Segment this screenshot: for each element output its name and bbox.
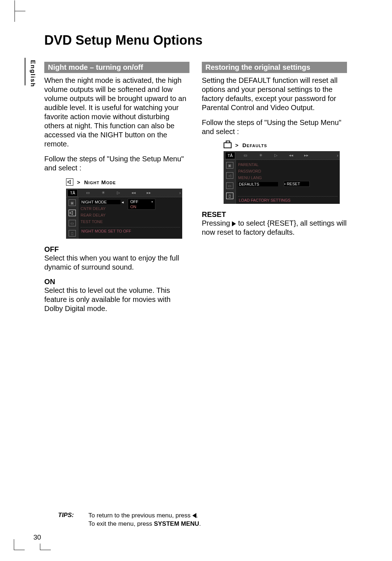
restore-steps: Follow the steps of "Using the Setup Men… xyxy=(202,118,347,136)
crop-mark xyxy=(14,539,25,550)
osd-row: PARENTAL xyxy=(238,161,338,168)
play-left-icon xyxy=(192,513,196,518)
osd-row: TEST TONE xyxy=(81,218,180,225)
osd-options: OFF ON xyxy=(128,199,155,210)
chevron-right-icon: > xyxy=(235,142,239,148)
person-icon: ▣ xyxy=(226,162,233,169)
crop-mark xyxy=(15,11,25,22)
speaker-icon: ◁ xyxy=(226,172,233,179)
osd-defaults: TÅ ▭ ✳ ▷ ◂◂ ▸▸ › ▣ ◁ ▭ ⌷ PARE xyxy=(224,151,340,204)
suitcase-icon: ⌷ xyxy=(226,193,233,199)
tab-icon: ▸▸ xyxy=(144,189,154,197)
reset-heading: Reset xyxy=(202,210,347,219)
tips-footer: TIPS: To return to the previous menu, pr… xyxy=(58,512,201,528)
chevron-right-icon: > xyxy=(77,179,81,185)
speaker-icon xyxy=(66,178,73,186)
osd-status: LOAD FACTORY SETTINGS xyxy=(238,196,338,203)
suitcase-icon xyxy=(224,142,232,148)
play-right-icon xyxy=(232,221,236,226)
tab-icon: TÅ xyxy=(225,152,235,159)
tab-icon: ✳ xyxy=(98,189,108,197)
tab-icon: ▷ xyxy=(113,189,123,197)
defaults-breadcrumb: > Defaults xyxy=(224,142,347,148)
tab-icon: ▭ xyxy=(83,189,93,197)
tab-icon: ✳ xyxy=(256,152,266,159)
on-paragraph: Select this to level out the volume. Thi… xyxy=(44,286,189,313)
person-icon: ▣ xyxy=(69,199,76,206)
osd-sidebar: ▣ ▭ ⌷ xyxy=(66,197,78,239)
tips-line2c: . xyxy=(199,520,201,527)
page-number: 30 xyxy=(33,533,41,541)
osd-option: ON xyxy=(128,204,155,209)
osd-tabs: TÅ ▭ ✳ ▷ ◂◂ ▸▸ › xyxy=(224,151,340,160)
page-content: DVD Setup Menu Options Night mode – turn… xyxy=(44,33,347,319)
left-column: Night mode – turning on/off When the nig… xyxy=(44,62,189,319)
restore-intro: Setting the DEFAULT function will reset … xyxy=(202,76,347,112)
on-heading: On xyxy=(44,278,189,286)
section-heading-restore: Restoring the original settings xyxy=(202,62,347,73)
off-paragraph: Select this when you want to enjoy the f… xyxy=(44,254,189,272)
osd-menu: NIGHT MODE◂ CNTR DELAY REAR DELAY TEST T… xyxy=(78,197,182,239)
section-heading-night-mode: Night mode – turning on/off xyxy=(44,62,189,73)
tips-line1b: . xyxy=(196,512,198,519)
tab-icon: ▷ xyxy=(271,152,281,159)
osd-night-mode: TÅ ▭ ✳ ▷ ◂◂ ▸▸ › ▣ ▭ ⌷ xyxy=(66,189,182,239)
tips-label: TIPS: xyxy=(58,512,74,519)
osd-row: REAR DELAY xyxy=(81,212,180,218)
night-mode-steps: Follow the steps of "Using the Setup Men… xyxy=(44,154,189,173)
chat-icon: ▭ xyxy=(69,220,76,226)
tab-icon: ◂◂ xyxy=(128,189,139,197)
reset-paragraph: Pressing to select {RESET}, all settings… xyxy=(202,219,347,237)
night-mode-intro: When the night mode is activated, the hi… xyxy=(44,76,189,149)
tips-line1a: To return to the previous menu, press xyxy=(88,512,192,519)
osd-row: PASSWORD xyxy=(238,168,338,174)
osd-row: MENU LANG xyxy=(238,174,338,181)
tips-line2a: To exit the menu, press xyxy=(88,520,154,527)
osd-menu: PARENTAL PASSWORD MENU LANG DEFAULTS RES… xyxy=(236,160,340,204)
caret-left-icon: ◂ xyxy=(121,200,125,205)
osd-option: OFF xyxy=(128,199,155,204)
off-heading: Off xyxy=(44,245,189,254)
breadcrumb-label: Defaults xyxy=(242,142,267,148)
tips-body: To return to the previous menu, press . … xyxy=(88,512,201,528)
chat-icon: ▭ xyxy=(226,182,233,189)
speaker-icon xyxy=(69,210,76,216)
tips-system-menu: SYSTEM MENU xyxy=(154,520,199,527)
page-title: DVD Setup Menu Options xyxy=(44,33,347,48)
osd-status: NIGHT MODE SET TO OFF xyxy=(81,227,180,234)
arrow-right-icon: › xyxy=(335,151,340,160)
tab-icon: TÅ xyxy=(68,189,78,197)
suitcase-icon: ⌷ xyxy=(69,230,76,237)
breadcrumb-label: Night Mode xyxy=(84,179,116,185)
language-tab: English xyxy=(29,60,36,87)
night-mode-breadcrumb: > Night Mode xyxy=(66,178,189,186)
tab-icon: ▭ xyxy=(240,152,250,159)
osd-sidebar: ▣ ◁ ▭ ⌷ xyxy=(224,160,236,204)
crop-mark xyxy=(40,544,51,550)
tab-icon: ◂◂ xyxy=(286,152,296,159)
reset-text-a: Pressing xyxy=(202,219,232,227)
osd-popup: RESET xyxy=(284,181,310,187)
right-column: Restoring the original settings Setting … xyxy=(202,62,347,319)
arrow-right-icon: › xyxy=(178,189,182,197)
tab-icon: ▸▸ xyxy=(301,152,311,159)
osd-tabs: TÅ ▭ ✳ ▷ ◂◂ ▸▸ › xyxy=(66,189,182,197)
